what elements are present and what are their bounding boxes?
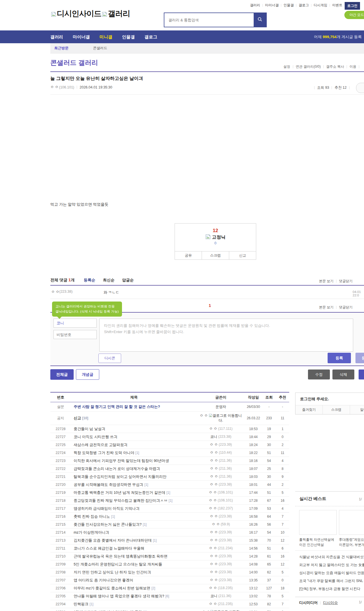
post-author[interactable]: ㅇ ㅇ(211.36)	[197, 458, 245, 463]
post-title-link[interactable]: 5인 개좆소마리 운영한답시고 으스대는 탈모 개저씨들	[71, 562, 197, 567]
view-post-link[interactable]: 본문 보기	[319, 305, 334, 310]
post-author[interactable]: 코니(211.36)	[197, 594, 245, 598]
best-posts-button[interactable]: 개념글	[76, 369, 99, 380]
post-title-link[interactable]: 앱 어디라도 좀 기어나갔으면 좋겠어	[71, 578, 197, 583]
top-link[interactable]: 마이너갤	[265, 3, 279, 8]
best-news-item[interactable]: [단독] 정부, 부동산과 금융 절연 시킨다	[299, 585, 364, 593]
dcissue-link[interactable]: 디시이슈	[323, 600, 338, 605]
post-title-link[interactable]: 좆간들 인사강요하는거 싫은 콘나들있긔?[1]	[71, 522, 197, 527]
post-author[interactable]: ㅇ ㅇ갤로그로 이동합	[197, 610, 245, 611]
post-author[interactable]: ㅇ ㅇ(223.38)	[197, 538, 245, 543]
post-title-link[interactable]: 좆간들이 넘 낯설긔	[71, 426, 197, 432]
post-author[interactable]: ㅇ ㅇ(223.39)	[197, 442, 245, 447]
realtime-best-pagination[interactable]: 1/	[359, 497, 362, 501]
downvote-count[interactable]: 0	[175, 241, 256, 245]
post-title-link[interactable]: 마중교통 백팩충은 거의 10년 넘게 쳐맞는중인거 같은데[1]	[71, 490, 197, 495]
nav-item[interactable]: 미니갤	[100, 30, 112, 43]
post-author[interactable]: ㅇ ㅇ(211.234)	[197, 546, 245, 551]
post-title-link[interactable]: 김치좆간들 요즘 좆별에서 자아 존나비대하던데[1]	[71, 538, 197, 543]
best-caption-2[interactable]: 李대통령"계엄요이론없어, 부분개	[339, 537, 364, 547]
nav-item[interactable]: 인물갤	[122, 30, 135, 43]
view-post-link[interactable]: 본문 보기	[319, 279, 334, 284]
post-title-link[interactable]: 신고[10]	[71, 416, 197, 421]
post-author[interactable]: ㅇ ㅇ(106.101)	[197, 498, 245, 503]
post-author[interactable]: ㅇ ㅇ(211.36)	[197, 474, 245, 479]
post-title-link[interactable]: 급딱젖괴들 큰소리 내는거 로이 성대제거수술 마렵긔	[71, 466, 197, 471]
comment-author[interactable]: ㅇ ㅇ	[51, 290, 59, 294]
post-author[interactable]: ㅇ ㅇ(59.9)	[197, 522, 245, 527]
report-button[interactable]: 신고	[229, 251, 256, 259]
top-link[interactable]: 디시게임	[314, 3, 327, 8]
gallery-tool-link[interactable]: 연관 갤러리(0/0)	[296, 64, 321, 69]
gallery-tool-link[interactable]: 갤주소 복사	[326, 64, 344, 69]
scrap-button[interactable]: 스크랩	[202, 251, 229, 259]
login-box-button[interactable]: 즐겨찾기	[295, 405, 322, 414]
login-button[interactable]: 로그인	[345, 2, 360, 10]
comment-textarea[interactable]: 타인의 권리를 침해하거나 명예를 훼손하는 댓글은 운영원칙 및 관련 법률에…	[99, 319, 353, 352]
comment-submit-secondary-button[interactable]: 등록	[355, 353, 364, 363]
best-news-item[interactable]: 성시경이 말하는 요즘 애들이 발라드 안듣는	[299, 569, 364, 577]
post-author[interactable]: ㅇ ㅇ(223.39)	[197, 554, 245, 559]
recent-visit-label[interactable]: 최근방문	[54, 46, 69, 51]
post-title-link[interactable]: 주변 사람 잘 챙기고 인맥 관리 잘 할 것 같은 스타는?	[71, 404, 197, 409]
delete-button[interactable]: 삭제	[332, 370, 354, 379]
best-thumbnail-1[interactable]	[299, 510, 337, 535]
post-title-link[interactable]: 공부를 시작해볼래도 취업생각하면 무섭긔[1]	[71, 482, 197, 487]
post-title-link[interactable]: 앰생히키라 급식때임이 아직도 기억나긔	[71, 506, 197, 511]
post-author[interactable]: ㅇ ㅇ(117.111)	[197, 426, 245, 431]
post-author[interactable]: ㅇ ㅇ(223.38)	[197, 570, 245, 575]
close-comments-link[interactable]: 댓글닫기	[339, 305, 353, 310]
post-title-link[interactable]: 쩍창 도덕청병 그거 진짜 도덕 아니야[1]	[71, 450, 197, 455]
comment-sort[interactable]: 답글순	[122, 278, 134, 283]
upvote-count[interactable]: 12	[175, 228, 256, 234]
post-title-link[interactable]: 코니가 스스로 페급인걸 느낄때마다 우울해	[71, 546, 197, 551]
post-title-link[interactable]: 중고딩젖괴들 진짜 제일 무악스럽고 불쾌한 집단이긔ㅅㅂ[1]	[71, 498, 197, 503]
post-author[interactable]: ㅇ ㅇ	[50, 85, 58, 90]
gallery-tool-link[interactable]: 이용	[349, 64, 356, 69]
post-author[interactable]: ㅇ ㅇ(223.39)	[197, 562, 245, 567]
best-news-item[interactable]: 외교부 저지 뚫고 팔레스타인 또 가는 女활	[299, 561, 364, 569]
post-author[interactable]: ㅇ ㅇ(223.39)	[197, 530, 245, 535]
post-title-link[interactable]: 근데 쌀국유럽능국 욕은 되는데 앰흑똥남아화짱조 욕하면	[71, 554, 197, 559]
post-title-link[interactable]: 띤핵핑크[1]	[71, 602, 197, 607]
post-author[interactable]: ㅇ ㅇ(106.101)	[197, 490, 245, 495]
password-input[interactable]	[53, 330, 97, 339]
top-link[interactable]: 이벤트	[332, 3, 342, 8]
post-author[interactable]: ㅇ ㅇ(110.44)	[197, 450, 245, 455]
top-link[interactable]: 인물갤	[284, 3, 294, 8]
post-title-link[interactable]: 아무리 mz가 좆같아도 좆소에서 한번 일해보면[2]	[71, 586, 197, 591]
gallery-title[interactable]: 콘샐러드 갤러리	[50, 58, 98, 67]
best-caption-1[interactable]: 훌쩍훌쩍 자연선택설에이은 인간선택설	[299, 537, 338, 547]
comment-sort[interactable]: 등록순	[84, 278, 96, 283]
recent-gallery-link[interactable]: 콘샐러드	[93, 46, 107, 51]
dcmedia-title[interactable]: 디시미디어	[299, 600, 318, 605]
best-news-item[interactable]: 조국 "내가 쿠팡 탈퇴를 해서 그런지 SNL 섭	[299, 577, 364, 585]
post-author[interactable]: 코니(223.38)	[197, 434, 245, 439]
nickname-input[interactable]	[53, 319, 97, 328]
gallery-tool-link[interactable]: 설정	[284, 64, 290, 69]
post-title-link[interactable]: 새삼스레 금전적으로 고달파졌긔	[71, 442, 197, 447]
close-comments-link[interactable]: 댓글닫기	[339, 279, 353, 284]
dccon-button[interactable]: 디시콘	[98, 354, 121, 363]
post-title-link[interactable]: 이직한 회사에서 기피업무 잔뜩 맡았는데 팀장이 90년머생	[71, 458, 197, 463]
edit-button[interactable]: 수정	[308, 370, 330, 379]
post-author[interactable]: ㅇ ㅇ 갤로그로 이동합니다.	[197, 413, 245, 423]
login-box-button[interactable]: 알림	[350, 405, 364, 414]
post-title-link[interactable]: 춧벅 진짜 짐승 아니노[1]	[71, 514, 197, 519]
post-author[interactable]: ㅇ ㅇ(211.235)	[197, 602, 245, 606]
best-thumbnail-2[interactable]	[339, 510, 364, 535]
nav-item[interactable]: 갤러리	[50, 30, 63, 43]
post-title-link[interactable]: 1달에 1번씩은 카페 가서 앉아있는게 좋긔[2]	[71, 610, 197, 611]
night-mode-toggle[interactable]: 야간 모드	[344, 11, 364, 19]
login-box-button[interactable]: 스크랩	[322, 405, 350, 414]
post-title-link[interactable]: mz가 이상한게아니긔	[71, 530, 197, 535]
post-author[interactable]: ㅇ ㅇ(223.38)	[197, 482, 245, 487]
search-input[interactable]	[164, 13, 254, 27]
comment-pagination-1[interactable]: 1	[207, 303, 213, 308]
comment-submit-button[interactable]: 등록	[328, 353, 351, 363]
nav-item[interactable]: 갤로그	[144, 30, 157, 43]
post-title-link[interactable]: 탈북괴들 순수김치인처럼 보이고 싶어하면서 지들끼리만	[71, 474, 197, 479]
post-author[interactable]: ㅇ ㅇ(223.38)	[197, 514, 245, 519]
post-action-pill[interactable]	[356, 83, 364, 93]
best-news-item[interactable]: 식물남 버섯녀의 자존심을 건 식물대버섯 전	[299, 553, 364, 561]
